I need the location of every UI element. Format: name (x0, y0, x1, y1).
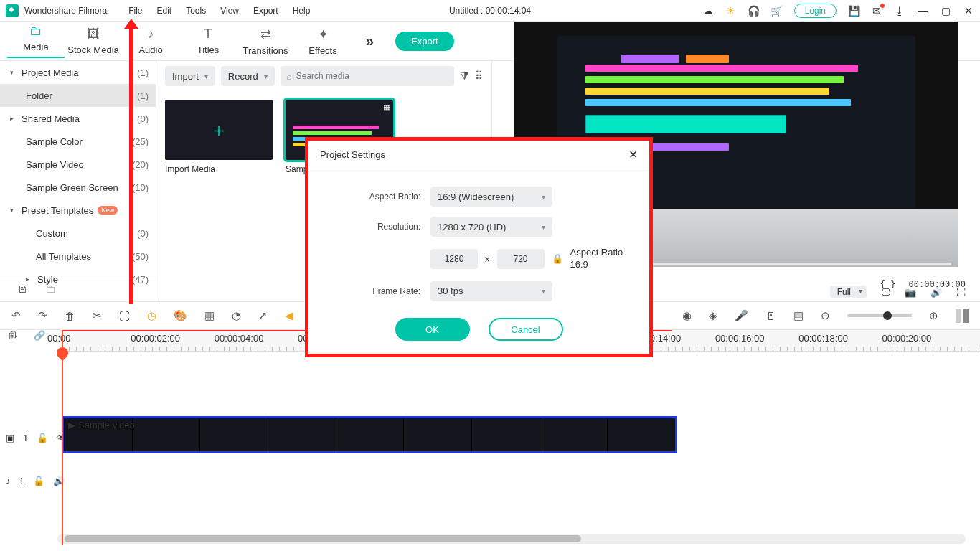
resolution-label: Resolution: (330, 222, 430, 232)
import-dropdown[interactable]: Import▾ (165, 66, 215, 86)
tree-label: Folder (26, 90, 52, 101)
play-icon: ▶ (68, 420, 75, 430)
close-icon[interactable]: ✕ (628, 148, 638, 161)
attach-icon[interactable]: 🗐 (9, 330, 18, 341)
display-icon[interactable]: 🖵 (881, 287, 890, 298)
lock-icon[interactable]: 🔒 (552, 253, 563, 264)
playhead[interactable] (62, 330, 63, 545)
chevron-down-icon: ▾ (204, 72, 208, 80)
filter-icon[interactable]: ⧩ (460, 70, 469, 83)
tabs-more-icon[interactable]: » (366, 33, 374, 50)
thumb-label: Import Media (165, 164, 273, 174)
undo-icon[interactable]: ↶ (11, 309, 21, 322)
delete-icon[interactable]: 🗑 (65, 310, 75, 322)
zoom-slider[interactable] (847, 314, 912, 317)
cart-icon[interactable]: 🛒 (771, 5, 783, 17)
save-icon[interactable]: 💾 (848, 5, 859, 17)
chevron-down-icon: ▾ (264, 72, 268, 80)
frame-rate-dropdown[interactable]: 30 fps▾ (430, 281, 552, 301)
maximize-icon[interactable]: ▢ (940, 5, 951, 17)
menu-view[interactable]: View (220, 6, 239, 16)
minimize-icon[interactable]: — (917, 5, 928, 17)
app-name: Wondershare Filmora (24, 6, 107, 16)
cloud-icon[interactable]: ☁ (702, 5, 714, 17)
tree-label: Project Media (22, 67, 78, 78)
speed-icon[interactable]: ◷ (147, 309, 156, 322)
marker-icon[interactable]: ◈ (709, 309, 717, 322)
zoom-in-icon[interactable]: ⊕ (929, 309, 938, 322)
cut-icon[interactable]: ✂ (93, 309, 102, 322)
search-box[interactable]: ⌕ (281, 66, 454, 86)
fit-icon[interactable]: ⤢ (258, 309, 268, 322)
tree-count: (0) (137, 228, 149, 239)
quality-dropdown[interactable]: Full (830, 286, 867, 298)
view-switch[interactable] (956, 309, 969, 323)
height-input[interactable] (497, 249, 545, 269)
tip-icon[interactable]: ☀ (725, 5, 737, 17)
menu-edit[interactable]: Edit (157, 6, 172, 16)
zoom-out-icon[interactable]: ⊖ (821, 309, 830, 322)
adjust-icon[interactable]: ◉ (682, 309, 692, 322)
tab-titles[interactable]: TTitles (179, 27, 237, 55)
keyframe-left-icon[interactable]: ◀ (285, 309, 293, 322)
fullscreen-icon[interactable]: ⛶ (956, 287, 966, 298)
menu-help[interactable]: Help (293, 6, 311, 16)
tab-stock-media[interactable]: 🖼Stock Media (65, 27, 122, 55)
mixer-icon[interactable]: ▤ (793, 309, 804, 322)
thumb-import-placeholder[interactable]: ＋ Import Media (165, 100, 273, 174)
menu-export[interactable]: Export (253, 6, 278, 16)
sparkle-icon: ✦ (318, 27, 329, 42)
tab-transitions[interactable]: ⇄Transitions (237, 27, 294, 56)
volume-icon[interactable]: 🔊 (930, 287, 942, 298)
search-input[interactable] (296, 71, 448, 81)
lock-icon[interactable]: 🔓 (37, 433, 48, 443)
width-input[interactable] (430, 249, 478, 269)
ok-button[interactable]: OK (395, 318, 470, 341)
menu-file[interactable]: File (128, 6, 142, 16)
main-menu: File Edit Tools View Export Help (128, 6, 310, 16)
link-icon[interactable]: 🔗 (34, 330, 45, 341)
new-folder-icon[interactable]: 🗎 (17, 283, 28, 295)
plus-icon: ＋ (165, 100, 273, 160)
chevron-down-icon: ▾ (10, 69, 17, 76)
color-icon[interactable]: 🎨 (174, 309, 187, 322)
export-button[interactable]: Export (395, 32, 454, 51)
login-button[interactable]: Login (794, 4, 837, 18)
redo-icon[interactable]: ↷ (38, 309, 47, 322)
open-folder-icon[interactable]: 🗀 (45, 283, 56, 295)
app-logo (6, 4, 19, 17)
close-window-icon[interactable]: ✕ (963, 5, 974, 17)
record-dropdown[interactable]: Record▾ (221, 66, 275, 86)
track-number: 1 (19, 476, 24, 486)
music-icon: ♪ (148, 27, 154, 42)
timeline-scrollbar[interactable] (57, 534, 966, 544)
crop-icon[interactable]: ⛶ (119, 310, 130, 322)
audio-track-icon[interactable]: ♪ (6, 476, 11, 486)
lock-icon[interactable]: 🔓 (33, 476, 44, 486)
aspect-ratio-dropdown[interactable]: 16:9 (Widescreen)▾ (430, 187, 552, 207)
tree-count: (1) (137, 67, 149, 78)
menu-tools[interactable]: Tools (186, 6, 206, 16)
green-screen-icon[interactable]: ▦ (204, 309, 215, 322)
download-icon[interactable]: ⭳ (894, 5, 905, 17)
snapshot-icon[interactable]: 📷 (905, 287, 916, 298)
tab-media-label: Media (23, 42, 48, 52)
duration-icon[interactable]: ◔ (232, 309, 241, 322)
search-icon: ⌕ (286, 71, 292, 82)
tab-effects[interactable]: ✦Effects (294, 27, 352, 56)
audio-mix-icon[interactable]: 🎚 (765, 310, 776, 322)
chevron-down-icon: ▾ (542, 223, 545, 231)
video-track-icon[interactable]: ▣ (6, 433, 14, 443)
cancel-button[interactable]: Cancel (489, 318, 563, 341)
ruler-tick: 00:00:16:00 (715, 333, 765, 344)
chevron-right-icon: ▸ (10, 115, 17, 122)
grid-view-icon[interactable]: ⠿ (475, 70, 483, 83)
support-icon[interactable]: 🎧 (748, 5, 760, 17)
tree-label: Sample Color (26, 136, 83, 147)
tree-count: (20) (132, 159, 149, 170)
timeline-clip[interactable]: ▶Sample video (62, 416, 677, 453)
resolution-dropdown[interactable]: 1280 x 720 (HD)▾ (430, 217, 552, 237)
message-icon[interactable]: ✉ (871, 5, 882, 17)
voiceover-icon[interactable]: 🎤 (735, 309, 748, 322)
tab-media[interactable]: 🗀Media (7, 24, 65, 58)
